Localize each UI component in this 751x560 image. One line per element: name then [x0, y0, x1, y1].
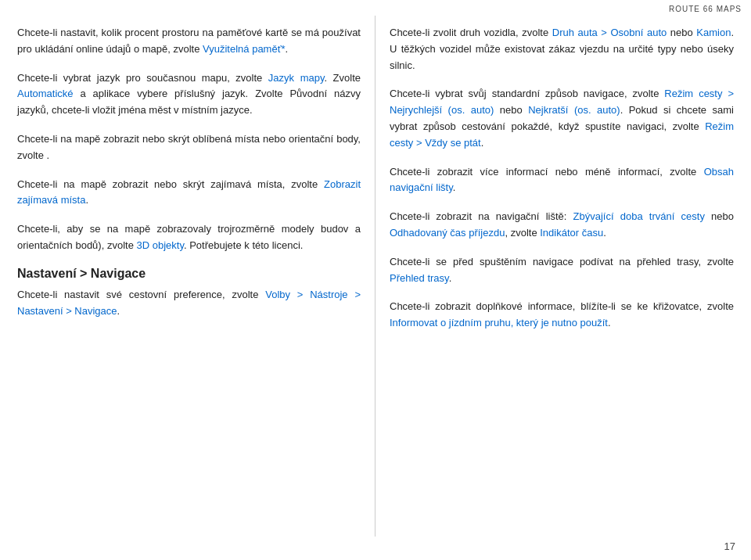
link-obsah-navigacni[interactable]: Obsah navigační lišty — [390, 166, 734, 194]
link-jizdn-pruh[interactable]: Informovat o jízdním pruhu, který je nut… — [390, 317, 608, 328]
link-nejkratsi[interactable]: Nejkratší (os. auto) — [528, 104, 620, 116]
left-paragraph-1: Chcete-li nastavit, kolik procent prosto… — [17, 25, 361, 58]
right-column: Chcete-li zvolit druh vozidla, zvolte Dr… — [376, 16, 751, 537]
link-zajimava-mista[interactable]: Zobrazit zajímavá místa — [17, 178, 361, 206]
left-paragraph-2: Chcete-li vybrat jazyk pro současnou map… — [17, 70, 361, 119]
link-pametova-karta[interactable]: Využitelná paměť* — [203, 43, 286, 55]
left-paragraph-4: Chcete-li na mapě zobrazit nebo skrýt za… — [17, 177, 361, 210]
right-paragraph-6: Chcete-li zobrazit doplňkové informace, … — [390, 299, 734, 332]
link-druh-auta[interactable]: Druh auta > Osobní auto — [552, 27, 667, 38]
brand-title: ROUTE 66 MAPS — [669, 5, 742, 13]
right-paragraph-4: Chcete-li zobrazit na navigační liště: Z… — [390, 209, 734, 242]
page-number: 17 — [724, 540, 735, 552]
content-area: Chcete-li nastavit, kolik procent prosto… — [0, 16, 751, 537]
link-rezim-vzdy-ptat[interactable]: Režim cesty > Vždy se ptát — [390, 120, 734, 149]
right-paragraph-5: Chcete-li se před spuštěním navigace pod… — [390, 254, 734, 287]
link-kamion[interactable]: Kamion — [696, 27, 731, 38]
left-paragraph-5: Chcete-li, aby se na mapě zobrazovaly tr… — [17, 221, 361, 254]
link-jazyk-mapy[interactable]: Jazyk mapy — [268, 72, 325, 84]
link-indikator-casu[interactable]: Indikátor času — [540, 227, 603, 239]
link-automaticke[interactable]: Automatické — [17, 88, 74, 99]
section-heading-navigace: Nastavení > Navigace — [17, 267, 361, 281]
link-prehled-trasy[interactable]: Přehled trasy — [390, 272, 449, 284]
link-zbyvajici-doba[interactable]: Zbývající doba trvání cesty — [573, 210, 705, 222]
right-paragraph-2: Chcete-li vybrat svůj standardní způsob … — [390, 86, 734, 151]
link-3d-objekty[interactable]: 3D objekty — [136, 239, 183, 251]
left-paragraph-6: Chcete-li nastavit své cestovní preferen… — [17, 287, 361, 320]
left-paragraph-3: Chcete-li na mapě zobrazit nebo skrýt ob… — [17, 131, 361, 164]
link-volby-nastaveni[interactable]: Volby > Nástroje > Nastavení > Navigace — [17, 289, 361, 317]
right-paragraph-1: Chcete-li zvolit druh vozidla, zvolte Dr… — [390, 25, 734, 74]
left-column: Chcete-li nastavit, kolik procent prosto… — [0, 16, 376, 537]
link-odhadovany-cas[interactable]: Odhadovaný čas příjezdu — [390, 227, 505, 239]
right-paragraph-3: Chcete-li zobrazit více informací nebo m… — [390, 164, 734, 197]
